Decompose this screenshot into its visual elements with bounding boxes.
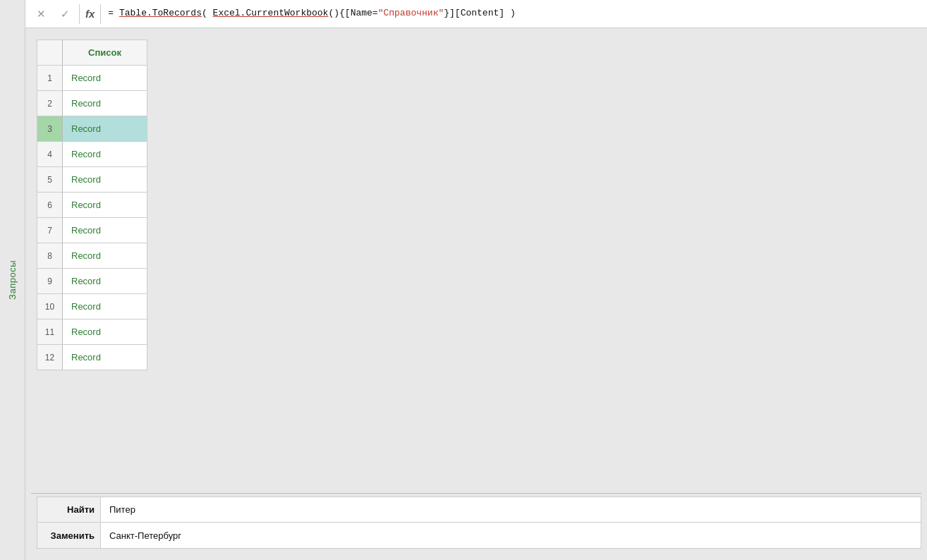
table-row[interactable]: 11Record <box>37 319 147 345</box>
fx-label: fx <box>79 4 101 24</box>
data-table: Список 1Record2Record3Record4Record5Reco… <box>37 39 147 370</box>
table-row[interactable]: 2Record <box>37 91 147 116</box>
row-number: 1 <box>37 66 63 91</box>
find-label: Найти <box>37 497 101 522</box>
table-row[interactable]: 6Record <box>37 193 147 218</box>
table-row[interactable]: 1Record <box>37 66 147 91</box>
table-area: Список 1Record2Record3Record4Record5Reco… <box>31 34 921 490</box>
formula-text[interactable]: = Table.ToRecords( Excel.CurrentWorkbook… <box>108 7 921 20</box>
table-row[interactable]: 12Record <box>37 345 147 370</box>
cell-record[interactable]: Record <box>63 167 147 193</box>
column-header: Список <box>63 40 147 66</box>
confirm-button[interactable]: ✓ <box>55 4 75 24</box>
confirm-icon: ✓ <box>61 8 70 20</box>
formula-paren-open: ( <box>202 8 213 18</box>
cell-record[interactable]: Record <box>63 345 147 370</box>
cell-record[interactable]: Record <box>63 66 147 91</box>
cell-record[interactable]: Record <box>63 269 147 294</box>
row-number: 7 <box>37 218 63 243</box>
row-number: 11 <box>37 319 63 345</box>
formula-bar: ✕ ✓ fx = Table.ToRecords( Excel.CurrentW… <box>25 0 927 28</box>
formula-equals: = <box>108 8 119 18</box>
sidebar-label: Запросы <box>7 260 18 300</box>
row-number: 5 <box>37 167 63 193</box>
row-num-header <box>37 40 63 66</box>
cell-record[interactable]: Record <box>63 193 147 218</box>
formula-string-val: "Справочник" <box>378 8 444 18</box>
main-area: ✕ ✓ fx = Table.ToRecords( Excel.CurrentW… <box>25 0 927 560</box>
section-divider <box>31 493 921 494</box>
cell-record[interactable]: Record <box>63 243 147 269</box>
find-replace-area: Найти Питер Заменить Санкт-Петербург <box>37 497 921 549</box>
table-header-row: Список <box>37 40 147 66</box>
find-row: Найти Питер <box>37 497 921 523</box>
row-number: 3 <box>37 116 63 142</box>
row-number: 2 <box>37 91 63 116</box>
table-row[interactable]: 4Record <box>37 142 147 167</box>
content: Список 1Record2Record3Record4Record5Reco… <box>25 28 927 560</box>
cancel-button[interactable]: ✕ <box>31 4 51 24</box>
cell-record[interactable]: Record <box>63 319 147 345</box>
formula-inner-fn: Excel.CurrentWorkbook <box>213 8 329 18</box>
cell-record[interactable]: Record <box>63 116 147 142</box>
table-row[interactable]: 5Record <box>37 167 147 193</box>
replace-label: Заменить <box>37 523 101 548</box>
row-number: 8 <box>37 243 63 269</box>
row-number: 4 <box>37 142 63 167</box>
cell-record[interactable]: Record <box>63 218 147 243</box>
table-row[interactable]: 3Record <box>37 116 147 142</box>
cell-record[interactable]: Record <box>63 142 147 167</box>
row-number: 6 <box>37 193 63 218</box>
row-number: 9 <box>37 269 63 294</box>
cell-record[interactable]: Record <box>63 91 147 116</box>
table-row[interactable]: 9Record <box>37 269 147 294</box>
row-number: 12 <box>37 345 63 370</box>
cancel-icon: ✕ <box>37 8 46 20</box>
row-number: 10 <box>37 294 63 319</box>
table-row[interactable]: 7Record <box>37 218 147 243</box>
replace-row: Заменить Санкт-Петербург <box>37 523 921 548</box>
sidebar: Запросы <box>0 0 25 560</box>
table-row[interactable]: 10Record <box>37 294 147 319</box>
formula-parens: (){[Name= <box>328 8 377 18</box>
formula-fn: Table.ToRecords <box>119 8 202 18</box>
table-row[interactable]: 8Record <box>37 243 147 269</box>
cell-record[interactable]: Record <box>63 294 147 319</box>
find-value[interactable]: Питер <box>101 497 921 522</box>
formula-close: }][Content] ) <box>444 8 515 18</box>
replace-value[interactable]: Санкт-Петербург <box>101 523 921 548</box>
